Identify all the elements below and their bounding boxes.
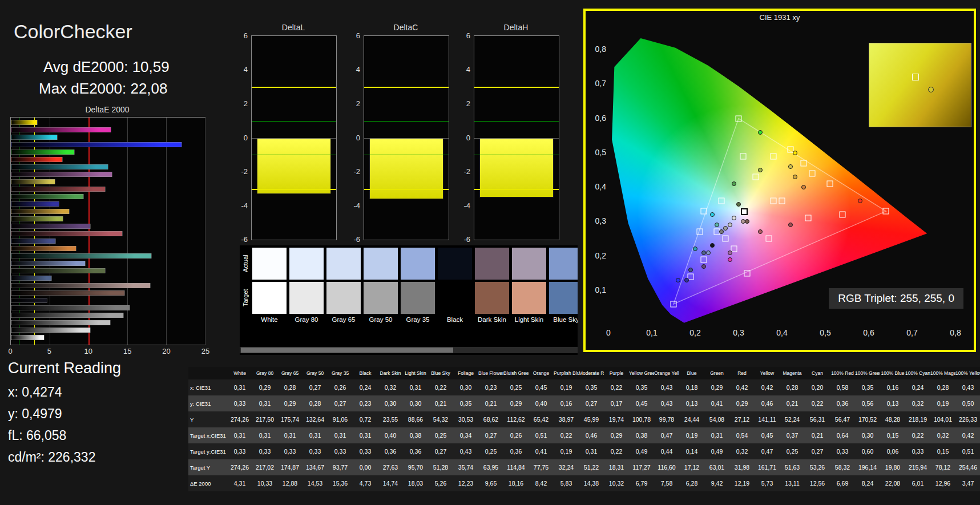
table-cell: 0,00 (353, 459, 378, 475)
table-cell: 0,35 (855, 379, 880, 395)
table-cell: 6,01 (905, 475, 930, 491)
y-tick-label: 6 (356, 31, 360, 40)
column-header-magenta: Magenta (780, 367, 805, 379)
table-cell: 175,74 (277, 411, 303, 427)
cie-measured-100-yellow (793, 151, 797, 155)
cie-measured-yellow (788, 164, 793, 169)
table-cell: 0,13 (880, 395, 905, 411)
cie-target-100-cyan (701, 208, 707, 215)
y-tick-label: -2 (353, 167, 360, 176)
column-header-100-yellow: 100% Yellow (955, 367, 980, 379)
table-cell: 0,31 (704, 427, 729, 443)
table-cell: 132,64 (303, 411, 328, 427)
deltae-bar-gray-50 (11, 313, 124, 318)
cie-measured-green (732, 181, 736, 186)
table-cell: 0,46 (579, 427, 604, 443)
cie-y-tick: 0,3 (588, 216, 606, 225)
swatch-scrollbar-track[interactable] (240, 347, 578, 353)
cie-measured-moderate-red (758, 229, 763, 234)
table-cell: 0,21 (428, 395, 453, 411)
table-cell: 0,13 (679, 395, 704, 411)
results-table: WhiteGray 80Gray 65Gray 50Gray 35BlackDa… (188, 367, 980, 491)
deltae-bar-orange-yellow (11, 209, 70, 214)
column-header-purplish-blue: Purplish Blue (554, 367, 579, 379)
column-header-moderate-red: Moderate Red (579, 367, 604, 379)
column-header-yellow: Yellow (755, 367, 780, 379)
table-cell: 0,25 (428, 427, 453, 443)
cie-measured-red (788, 223, 793, 227)
table-cell: 18,03 (403, 475, 428, 491)
table-cell: 0,72 (353, 411, 378, 427)
table-cell: 18,31 (604, 459, 629, 475)
actual-row-label: Actual (241, 248, 250, 280)
row-label: Y (188, 411, 227, 427)
swatch-actual-blue-sky (549, 248, 578, 280)
table-cell: 17,12 (679, 459, 704, 475)
table-cell: 12,88 (277, 475, 303, 491)
page-title: ColorChecker (14, 21, 132, 43)
cie-x-tick: 0,5 (820, 328, 830, 337)
table-cell: 65,42 (529, 411, 554, 427)
deltac-y-axis: 6420-2-4-6 (348, 35, 361, 239)
table-cell: 0,60 (855, 443, 880, 459)
table-cell: 0,51 (529, 427, 554, 443)
cie-measured-cyan (693, 247, 697, 251)
swatch-label: White (252, 316, 287, 323)
table-cell: 226,33 (955, 411, 980, 427)
table-cell: 0,29 (729, 395, 755, 411)
table-cell: 0,18 (679, 379, 704, 395)
cie-measured-100-cyan (710, 212, 715, 217)
column-header-orange: Orange (529, 367, 554, 379)
table-cell: 0,50 (955, 395, 980, 411)
row-label: Target x:CIE31 (188, 427, 227, 443)
table-cell: 24,44 (679, 411, 704, 427)
deltae-bar-blue-flower (11, 261, 86, 266)
reference-line (474, 189, 559, 190)
table-cell: 112,62 (503, 411, 529, 427)
table-cell: 27,12 (729, 411, 755, 427)
table-cell: 0,42 (755, 379, 780, 395)
table-cell: 10,32 (604, 475, 629, 491)
table-cell: 0,25 (780, 443, 805, 459)
table-cell: 0,24 (353, 379, 378, 395)
table-row--e-2000: ΔE 20004,3110,3312,8814,5315,364,7314,74… (188, 475, 980, 491)
table-cell: 0,30 (403, 395, 428, 411)
table-cell: 0,42 (955, 427, 980, 443)
table-cell: 0,06 (880, 443, 905, 459)
cie-target-100-blue (671, 301, 677, 307)
target-row-label: Target (241, 282, 250, 314)
table-cell: 5,26 (428, 475, 453, 491)
table-cell: 274,26 (227, 411, 252, 427)
inset-measured-marker (928, 87, 934, 92)
column-header-blue-flower: Blue Flower (478, 367, 503, 379)
table-cell: 12,23 (453, 475, 478, 491)
table-cell: 0,33 (227, 443, 252, 459)
deltah-plot (474, 35, 559, 240)
table-cell: 0,45 (529, 379, 554, 395)
y-tick-label: 2 (466, 99, 470, 108)
swatch-scrollbar-thumb[interactable] (241, 348, 453, 353)
table-cell: 93,77 (328, 459, 353, 475)
table-cell: 0,30 (855, 427, 880, 443)
cie-measured-gray-50 (723, 226, 728, 231)
cie-y-tick: 0,4 (588, 182, 606, 191)
cie-measured-magenta (728, 251, 732, 255)
cie-measured-orange-yellow (793, 175, 797, 179)
column-header-100-cyan: 100% Cyan (905, 367, 930, 379)
row-label: ΔE 2000 (188, 475, 227, 491)
swatch-label: Gray 50 (364, 316, 398, 323)
corner-cell (188, 367, 227, 379)
deltae-bar-foliage (11, 268, 106, 273)
cie-target-dark-skin (779, 198, 785, 204)
column-header-100-green: 100% Green (855, 367, 880, 379)
table-cell: 0,31 (227, 379, 252, 395)
reference-line (474, 121, 559, 122)
deltae-bar-gray-35 (11, 305, 130, 310)
cie-y-tick: 0,7 (588, 79, 606, 88)
table-cell: 217,02 (252, 459, 277, 475)
table-cell: 56,47 (830, 411, 855, 427)
gridline (127, 118, 128, 345)
table-cell: 54,08 (704, 411, 729, 427)
table-cell: 0,43 (654, 379, 679, 395)
deltae-bar-100-cyan (11, 135, 58, 140)
